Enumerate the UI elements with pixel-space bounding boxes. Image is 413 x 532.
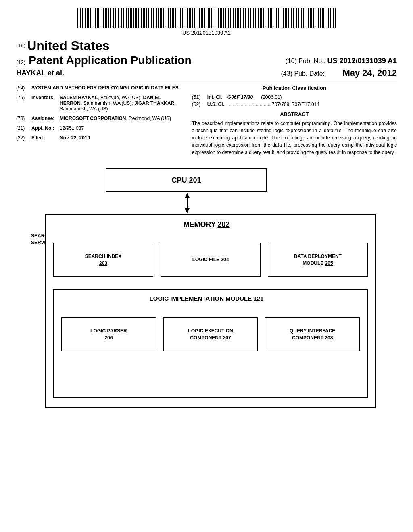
abstract-text: The described implementations relate to …: [192, 120, 397, 156]
header-second-row: (12) Patent Application Publication (10)…: [16, 54, 397, 67]
field-54-value: SYSTEM AND METHOD FOR DEPLOYING LOGIC IN…: [31, 85, 184, 91]
query-interface-label: QUERY INTERFACE COMPONENT 208: [290, 328, 335, 341]
field-75-value: SALEM HAYKAL, Bellevue, WA (US); DANIEL …: [60, 95, 184, 112]
field-22-value: Nov. 22, 2010: [60, 135, 184, 141]
pub-type-label: (12): [16, 59, 25, 65]
right-column: Publication Classification (51) Int. Cl.…: [192, 85, 397, 156]
patent-app-pub-row: (12) Patent Application Publication: [16, 54, 192, 67]
int-cl-row: (51) Int. Cl. G06F 17/30 (2006.01): [192, 94, 397, 100]
diagram-wrapper: SEARCH ENGINE SERVER 120 CPU 201 MEMORY …: [29, 168, 384, 418]
cpu-num: 201: [189, 176, 201, 185]
header-third-row: HAYKAL et al. (43) Pub. Date: May 24, 20…: [16, 68, 397, 78]
top-boxes-row: SEARCH INDEX 203 LOGIC FILE 204 DATA DEP…: [53, 243, 368, 277]
barcode-image: [77, 8, 336, 28]
field-75-label: Inventors:: [31, 95, 60, 100]
logic-impl-label: LOGIC IMPLEMENTATION MODULE 121: [45, 295, 368, 302]
field-75-row: (75) Inventors: SALEM HAYKAL, Bellevue, …: [16, 95, 184, 112]
arrow: [184, 193, 190, 213]
int-cl-value: G06F 17/30 (2006.01): [227, 94, 397, 100]
search-index-label: SEARCH INDEX 203: [85, 253, 122, 267]
country-label: (19): [16, 42, 25, 48]
logic-parser-label: LOGIC PARSER 206: [90, 328, 127, 341]
us-cl-row: (52) U.S. Cl. ..........................…: [192, 102, 397, 107]
inventors-line: HAYKAL et al.: [16, 69, 64, 77]
barcode-area: [16, 8, 397, 28]
memory-label: MEMORY 202: [45, 220, 368, 229]
field-73-num: (73): [16, 116, 31, 121]
int-cl-num: (51): [192, 94, 207, 100]
field-54-row: (54) SYSTEM AND METHOD FOR DEPLOYING LOG…: [16, 85, 184, 91]
cpu-box: CPU 201: [106, 168, 267, 192]
logic-file-label: LOGIC FILE 204: [192, 256, 229, 263]
field-21-num: (21): [16, 125, 31, 131]
header-divider: [16, 81, 397, 81]
us-cl-value: ................................ 707/769…: [227, 102, 397, 107]
field-21-row: (21) Appl. No.: 12/951,087: [16, 125, 184, 131]
pub-number-right: (10) Pub. No.: US 2012/0131039 A1: [285, 57, 397, 67]
logic-exec-label: LOGIC EXECUTION COMPONENT 207: [188, 328, 233, 341]
us-cl-label: U.S. Cl.: [207, 102, 227, 107]
cpu-label: CPU: [171, 176, 187, 185]
field-73-label: Assignee:: [31, 116, 60, 121]
pub-number-top: US 20120131039 A1: [16, 30, 397, 36]
field-22-label: Filed:: [31, 135, 60, 141]
query-interface-box: QUERY INTERFACE COMPONENT 208: [265, 317, 360, 351]
pub-type: Patent Application Publication: [29, 54, 191, 66]
pub-date-label: (43) Pub. Date:: [281, 70, 325, 77]
int-cl-class: G06F 17/30: [227, 94, 253, 100]
bottom-boxes-row: LOGIC PARSER 206 LOGIC EXECUTION COMPONE…: [61, 317, 360, 351]
header-top: (19) United States: [16, 38, 397, 53]
search-index-box: SEARCH INDEX 203: [53, 243, 153, 277]
field-54-text: SYSTEM AND METHOD FOR DEPLOYING LOGIC IN…: [31, 85, 179, 91]
field-21-value: 12/951,087: [60, 125, 184, 131]
data-deployment-box: DATA DEPLOYMENT MODULE 205: [268, 243, 368, 277]
country-name: United States: [27, 38, 109, 53]
pub-classification-title: Publication Classification: [192, 85, 397, 91]
field-21-label: Appl. No.:: [31, 125, 60, 131]
logic-exec-box: LOGIC EXECUTION COMPONENT 207: [163, 317, 258, 351]
logic-file-box: LOGIC FILE 204: [161, 243, 261, 277]
us-cl-num: (52): [192, 102, 207, 107]
int-cl-year: (2006.01): [261, 94, 282, 100]
pub-no-label: (10) Pub. No.:: [285, 58, 325, 64]
field-73-row: (73) Assignee: MICROSOFT CORPORATION, Re…: [16, 116, 184, 121]
field-22-row: (22) Filed: Nov. 22, 2010: [16, 135, 184, 141]
diagram-area: SEARCH ENGINE SERVER 120 CPU 201 MEMORY …: [16, 164, 397, 422]
pub-date-value: May 24, 2012: [342, 68, 397, 78]
field-73-value: MICROSOFT CORPORATION, Redmond, WA (US): [60, 116, 184, 121]
pub-date-right: (43) Pub. Date: May 24, 2012: [281, 68, 397, 78]
pub-no-value: US 2012/0131039 A1: [327, 57, 397, 65]
field-54-num: (54): [16, 85, 31, 91]
abstract-title: ABSTRACT: [192, 111, 397, 117]
int-cl-label: Int. Cl.: [207, 94, 227, 100]
logic-parser-box: LOGIC PARSER 206: [61, 317, 156, 351]
left-column: (54) SYSTEM AND METHOD FOR DEPLOYING LOG…: [16, 85, 184, 156]
field-75-num: (75): [16, 95, 31, 100]
data-deployment-label: DATA DEPLOYMENT MODULE 205: [294, 253, 342, 267]
main-content: (54) SYSTEM AND METHOD FOR DEPLOYING LOG…: [16, 85, 397, 156]
field-22-num: (22): [16, 135, 31, 141]
